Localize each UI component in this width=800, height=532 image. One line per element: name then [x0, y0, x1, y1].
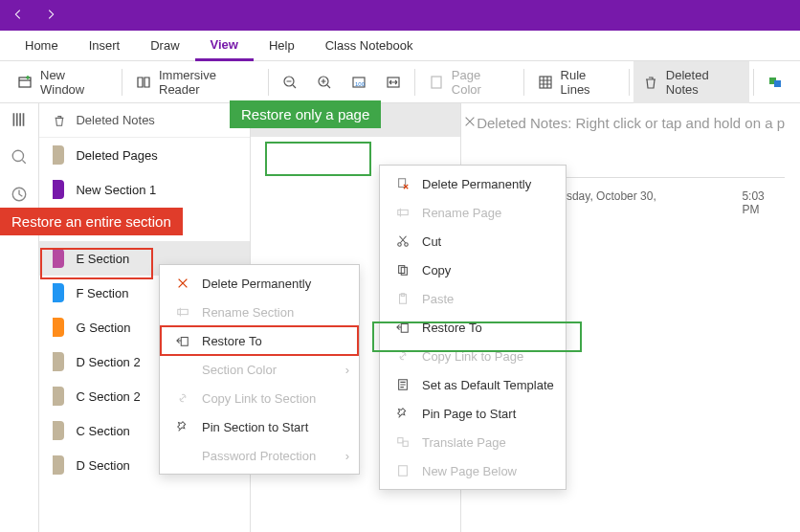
page-context-menu: Delete Permanently Rename Page Cut Copy … [379, 165, 567, 490]
section-label: G Section [76, 321, 130, 335]
svg-rect-9 [774, 80, 781, 87]
immersive-reader-button[interactable]: Immersive Reader [126, 61, 264, 103]
label: Rename Page [422, 206, 501, 220]
section-label: C Section [76, 424, 129, 438]
ctx-page-rename: Rename Page [380, 198, 571, 227]
label: Set as Default Template [422, 378, 554, 392]
section-label: D Section 2 [76, 355, 140, 369]
delete-icon [175, 276, 190, 291]
back-button[interactable] [11, 8, 25, 24]
ctx-section-pin[interactable]: Pin Section to Start [160, 412, 359, 441]
menu-insert[interactable]: Insert [74, 31, 136, 61]
svg-rect-7 [540, 77, 551, 88]
recent-icon[interactable] [11, 186, 28, 206]
cut-icon [395, 233, 411, 249]
label: Pin Page to Start [422, 407, 516, 421]
menubar: Home Insert Draw View Help Class Noteboo… [0, 31, 800, 61]
sections-header-label: Deleted Notes [76, 113, 154, 127]
deleted-notes-button[interactable]: Deleted Notes [633, 61, 749, 103]
menu-home[interactable]: Home [10, 31, 74, 61]
section-color-tab [53, 145, 64, 165]
svg-point-16 [398, 243, 402, 247]
svg-rect-26 [399, 466, 408, 477]
paste-icon [395, 291, 411, 306]
section-context-menu: Delete Permanently Rename Section Restor… [159, 264, 360, 475]
close-icon[interactable] [463, 115, 475, 131]
label: Rename Section [202, 305, 294, 320]
zoom-100-button[interactable]: 100 [342, 61, 376, 103]
separator [268, 69, 269, 96]
page-width-button[interactable] [376, 61, 411, 103]
ctx-page-copy[interactable]: Copy [380, 255, 571, 284]
section-label: F Section [76, 286, 128, 300]
link-icon [395, 348, 411, 364]
section-color-tab [53, 455, 64, 475]
label: Delete Permanently [422, 177, 531, 191]
section-label: New Section 1 [76, 183, 156, 197]
label: Copy [422, 263, 451, 277]
svg-point-10 [12, 150, 23, 161]
search-icon[interactable] [11, 148, 28, 168]
section-label: E Section [76, 252, 129, 266]
label: Pin Section to Start [202, 420, 308, 434]
ribbon: New Window Immersive Reader 100 Page Col… [0, 61, 800, 103]
label: Copy Link to Page [422, 349, 523, 364]
page-color-button[interactable]: Page Color [419, 61, 520, 103]
rule-lines-button[interactable]: Rule Lines [528, 61, 625, 103]
section-color-tab [53, 318, 64, 337]
section-color-tab [53, 352, 64, 371]
ctx-section-delete[interactable]: Delete Permanently [160, 269, 359, 298]
ctx-page-newbelow: New Page Below [380, 456, 571, 485]
section-label: C Section 2 [76, 389, 140, 404]
pin-icon [395, 406, 411, 421]
new-window-label: New Window [40, 68, 108, 97]
template-icon [395, 377, 411, 392]
translate-icon [395, 434, 411, 450]
zoom-out-button[interactable] [273, 61, 307, 103]
svg-point-17 [405, 243, 409, 247]
section-row[interactable]: New Section 1 [39, 172, 249, 207]
new-window-button[interactable]: New Window [8, 61, 118, 103]
svg-rect-22 [401, 324, 408, 333]
ctx-page-cut[interactable]: Cut [380, 227, 571, 255]
notebooks-icon[interactable] [11, 111, 28, 131]
ctx-section-restore[interactable]: Restore To [160, 326, 359, 355]
ctx-page-delete[interactable]: Delete Permanently [380, 169, 571, 198]
svg-rect-24 [398, 438, 403, 443]
label: New Page Below [422, 464, 517, 478]
separator [629, 69, 630, 96]
label: Paste [422, 292, 454, 306]
forward-button[interactable] [44, 8, 57, 24]
menu-draw[interactable]: Draw [135, 31, 194, 61]
sections-header: Deleted Notes [39, 103, 249, 138]
ctx-page-pin[interactable]: Pin Page to Start [380, 399, 571, 428]
ctx-page-restore[interactable]: Restore To [380, 313, 571, 342]
link-icon [175, 390, 190, 406]
section-label: D Section [76, 458, 129, 473]
titlebar [0, 0, 800, 31]
separator [523, 69, 524, 96]
section-row[interactable]: Deleted Pages [39, 138, 249, 172]
menu-view[interactable]: View [195, 31, 254, 61]
svg-rect-6 [432, 77, 441, 88]
immersive-label: Immersive Reader [159, 68, 255, 97]
lock-icon [175, 448, 190, 463]
left-rail [0, 103, 39, 532]
chevron-right-icon: › [345, 363, 349, 377]
ctx-section-pwd: Password Protection › [160, 441, 359, 470]
translate-button[interactable] [758, 61, 792, 103]
separator [753, 69, 754, 96]
page-title: Deleted Notes: Right click or tap and ho… [477, 115, 785, 131]
ctx-section-color: Section Color › [160, 355, 359, 384]
ctx-page-template[interactable]: Set as Default Template [380, 370, 571, 399]
menu-class-notebook[interactable]: Class Notebook [310, 31, 429, 61]
menu-help[interactable]: Help [254, 31, 310, 61]
ctx-section-copylink: Copy Link to Section [160, 384, 359, 412]
copy-icon [395, 262, 411, 277]
pin-icon [175, 419, 190, 434]
rename-icon [395, 205, 411, 220]
color-icon [175, 362, 190, 377]
zoom-in-button[interactable] [307, 61, 342, 103]
annotation-page: Restore only a page [230, 100, 381, 128]
ctx-section-rename: Rename Section [160, 298, 359, 326]
